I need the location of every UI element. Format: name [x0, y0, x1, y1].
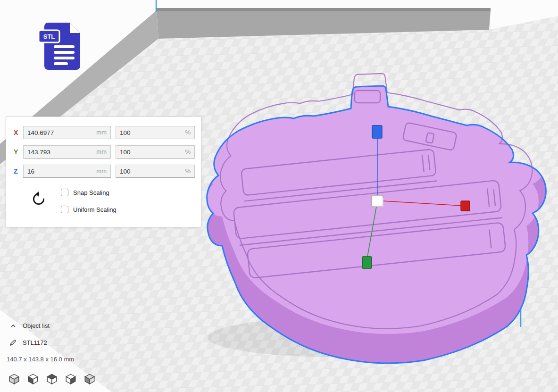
uniform-scaling-checkbox[interactable] [61, 206, 68, 213]
y-size-input[interactable] [24, 146, 110, 158]
snap-scaling-label: Snap Scaling [73, 189, 109, 196]
z-axis-label: Z [14, 165, 23, 178]
y-size-field: mm [23, 145, 111, 158]
uniform-scaling-label: Uniform Scaling [73, 206, 117, 213]
y-axis-label: Y [14, 145, 23, 158]
x-size-input[interactable] [24, 126, 110, 139]
object-list-item[interactable]: STL1172 [9, 339, 47, 346]
object-list-header-label: Object list [23, 322, 50, 329]
object-name-label: STL1172 [23, 339, 47, 346]
view-3d-icon [8, 373, 20, 385]
stl-document-fold [70, 23, 80, 33]
application-window: STL X mm % Y mm % [0, 0, 558, 392]
build-plate-rim-top-crest [157, 8, 491, 11]
x-percent-input[interactable] [116, 126, 194, 139]
reset-scale-button[interactable] [31, 192, 47, 208]
view-front-icon [27, 373, 39, 385]
view-top-button[interactable] [45, 373, 58, 386]
scale-row-z: Z mm % [6, 165, 201, 178]
snap-scaling-checkbox[interactable] [61, 189, 68, 196]
z-size-field: mm [23, 165, 111, 178]
x-axis-label: X [14, 126, 23, 139]
z-percent-input[interactable] [116, 165, 194, 177]
gizmo-center-handle[interactable] [372, 195, 383, 207]
view-front-button[interactable] [26, 373, 40, 386]
x-size-field: mm [23, 126, 111, 139]
y-percent-field: % [116, 145, 195, 158]
gizmo-y-handle[interactable] [362, 257, 372, 268]
view-left-button[interactable] [64, 373, 77, 386]
chevron-up-icon [10, 324, 16, 328]
snap-scaling-option: Snap Scaling [61, 188, 109, 197]
rename-pencil-icon[interactable] [9, 339, 17, 346]
uniform-scaling-option: Uniform Scaling [61, 205, 117, 214]
z-percent-field: % [116, 165, 195, 178]
scale-row-x: X mm % [6, 126, 201, 139]
view-3d-button[interactable] [8, 373, 21, 386]
reset-rotate-ccw-icon [31, 192, 46, 207]
gizmo-x-handle[interactable] [461, 201, 470, 211]
camera-view-toolbar [8, 373, 96, 386]
view-right-button[interactable] [83, 373, 96, 386]
view-left-icon [65, 373, 77, 385]
x-percent-field: % [116, 126, 195, 139]
z-size-input[interactable] [24, 165, 110, 177]
view-right-icon [83, 373, 96, 385]
object-list-toggle[interactable]: Object list [10, 322, 50, 329]
stl-file-thumbnail: STL [38, 21, 84, 74]
view-top-icon [46, 373, 58, 385]
scale-tool-panel: X mm % Y mm % Z mm [6, 117, 201, 227]
scale-row-y: Y mm % [6, 145, 201, 158]
model-dimensions-label: 140.7 x 143.8 x 16.0 mm [7, 356, 74, 363]
stl-badge-label: STL [43, 33, 55, 40]
gizmo-z-handle[interactable] [372, 125, 382, 138]
y-percent-input[interactable] [116, 146, 194, 158]
